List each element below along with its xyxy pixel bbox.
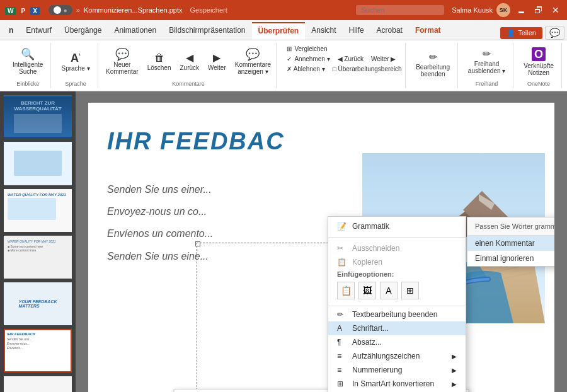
context-item-schriftart[interactable]: A Schriftart... <box>328 321 466 335</box>
tab-entwurf[interactable]: Entwurf <box>20 22 58 40</box>
slide-thumb-2[interactable]: 2 <box>4 142 72 185</box>
new-comment-icon: 💬 <box>115 49 129 60</box>
onenote-buttons: O VerknüpfteNotizen <box>520 44 557 79</box>
slide-thumb-4[interactable]: 4 WATER QUALITY FOR MAY 2021 ■ Some text… <box>4 236 72 279</box>
tab-uebergaenge[interactable]: Übergänge <box>58 22 108 40</box>
slide-thumb-3[interactable]: 3 WATER QUALITY FOR MAY 2021 <box>4 189 72 232</box>
compare-icon: ⊞ <box>287 45 292 52</box>
ribbon-group-review: ⊞ Vergleichen ✓ Annehmen ▾ ◀ Zurück Weit… <box>279 43 406 88</box>
neuer-kommentar-button[interactable]: 💬 NeuerKommentar <box>103 47 142 77</box>
share-button[interactable]: 👤 Teilen <box>500 27 542 39</box>
minimize-button[interactable]: 🗕 <box>514 5 528 15</box>
comment-button[interactable]: 💬 <box>545 26 564 40</box>
weiter-button[interactable]: ▶ Weiter <box>205 51 229 73</box>
cut-icon: ✂ <box>337 244 347 253</box>
submenu-title: Passen Sie Wörter grammatisch aneinander… <box>467 217 554 236</box>
bullet-arrow: ▶ <box>452 353 457 360</box>
paste-label: Einfügeoptionen: <box>328 269 466 279</box>
user-area: Salma Kuusk SK 🗕 🗗 ✕ <box>452 3 562 17</box>
delete-icon: 🗑 <box>154 53 164 63</box>
submenu-item-2[interactable]: Einmal ignorieren <box>467 251 554 266</box>
tab-animationen[interactable]: Animationen <box>108 22 163 40</box>
filename-label: Kommunizieren...Sprachen.pptx <box>84 6 183 14</box>
paste-btn-3[interactable]: A <box>380 282 398 299</box>
share-icon: 👤 <box>507 29 515 37</box>
ribbon-content: 🔍 IntelligenteSuche Einblicke A¹ Sprache… <box>0 40 567 91</box>
slide-panel: 1 BERICHT ZURWASSERQUALITÄT 2 3 WATER QU… <box>0 91 76 392</box>
paragraph-icon: ¶ <box>337 338 347 347</box>
forward-icon: ▶ <box>213 53 220 63</box>
numbering-arrow: ▶ <box>452 367 457 374</box>
context-item-grammatik[interactable]: 📝 Grammatik <box>328 219 466 233</box>
app-name: W P X <box>5 6 40 15</box>
bearbeitung-buttons: ✏ Bearbeitungbeenden <box>413 44 453 86</box>
sprache-button[interactable]: A¹ Sprache ▾ <box>58 50 93 74</box>
restore-button[interactable]: 🗗 <box>532 5 546 15</box>
search-input[interactable] <box>356 5 444 15</box>
context-item-kopieren[interactable]: 📋 Kopieren <box>328 255 466 269</box>
tab-file[interactable]: n <box>3 22 20 40</box>
grammatik-icon: 📝 <box>337 222 347 231</box>
onenote-button[interactable]: O VerknüpfteNotizen <box>520 45 557 78</box>
separator-1 <box>328 237 466 238</box>
paste-btn-1[interactable]: 📋 <box>337 282 355 299</box>
weiter2-button[interactable]: Weiter ▶ <box>369 54 399 64</box>
context-menu-section-1: 📝 Grammatik <box>328 217 466 236</box>
zurueck-button[interactable]: ◀ Zurück <box>176 51 202 73</box>
context-item-aufzaehlungszeichen[interactable]: ≡ Aufzählungszeichen ▶ <box>328 349 466 363</box>
ribbon-group-einblicke: 🔍 IntelligenteSuche Einblicke <box>5 43 51 88</box>
context-item-ausschneiden[interactable]: ✂ Ausschneiden <box>328 241 466 255</box>
share-label: Teilen <box>518 29 536 37</box>
context-item-absatz[interactable]: ¶ Absatz... <box>328 335 466 349</box>
kommentare-anzeigen-button[interactable]: 💬 Kommentareanzeigen ▾ <box>232 47 274 77</box>
slide-thumb-6[interactable]: 6 IHR FEEDBACK Senden Sie uns... Envoyez… <box>4 329 72 372</box>
zurueck2-button[interactable]: ◀ Zurück <box>335 54 366 64</box>
vergleichen-button[interactable]: ⊞ Vergleichen <box>284 44 329 54</box>
tab-bildschirm[interactable]: Bildschirmpräsentation <box>163 22 251 40</box>
sprache-icon: A¹ <box>71 52 81 64</box>
separator-2 <box>328 306 466 306</box>
sprache-buttons: A¹ Sprache ▾ <box>58 44 93 79</box>
review-buttons: ⊞ Vergleichen ✓ Annehmen ▾ ◀ Zurück Weit… <box>284 44 400 86</box>
submenu-item-1[interactable]: einen Kommentar ▶ <box>467 236 554 251</box>
submenu: Passen Sie Wörter grammatisch aneinander… <box>467 217 554 267</box>
slide-title: IHR FEEDBAC <box>107 128 285 155</box>
toggle-switch[interactable]: ● <box>49 5 72 15</box>
loeschen-button[interactable]: 🗑 Löschen <box>144 51 175 73</box>
ablehnen-button[interactable]: ✗ Ablehnen ▾ <box>284 64 327 74</box>
text-block: Senden Sie uns einer... Envoyez-nous un … <box>107 178 213 267</box>
slide-thumb-5[interactable]: 5 YOUR FEEDBACKMATTERS <box>4 282 72 325</box>
paste-btn-2[interactable]: 🖼 <box>358 282 376 299</box>
username: Salma Kuusk <box>452 6 493 14</box>
tab-ueberpruefen[interactable]: Überprüfen <box>252 22 306 40</box>
smartart-arrow: ▶ <box>452 381 457 388</box>
font-icon: A <box>337 324 347 333</box>
annehmen-button[interactable]: ✓ Annehmen ▾ <box>284 54 332 64</box>
slide-canvas: IHR FEEDBAC Senden Sie uns einer... Envo… <box>88 103 554 392</box>
slide-thumb-7[interactable]: 7 IMPORTANT CONTACT INFO <box>4 376 72 392</box>
bearbeitung-beenden-button[interactable]: ✏ Bearbeitungbeenden <box>413 50 453 79</box>
ribbon-group-freihand: ✏ Freihandausblenden ▾ Freihand <box>461 43 513 88</box>
context-item-smartart[interactable]: ⊞ In SmartArt konvertieren ▶ <box>328 377 466 391</box>
avatar[interactable]: SK <box>496 3 510 17</box>
freihand-ausblenden-button[interactable]: ✏ Freihandausblenden ▾ <box>465 47 509 76</box>
context-item-nummerierung[interactable]: ≡ Nummerierung ▶ <box>328 363 466 377</box>
ueberarbeitungsbereich-button[interactable]: □ Überarbeitungsbereich <box>330 64 404 74</box>
einblicke-buttons: 🔍 IntelligenteSuche <box>9 44 46 79</box>
context-item-textbearbeitung[interactable]: ✏ Textbearbeitung beenden <box>328 308 466 321</box>
tab-ansicht[interactable]: Ansicht <box>305 22 342 40</box>
paste-btn-4[interactable]: ⊞ <box>401 282 419 299</box>
intelligente-suche-button[interactable]: 🔍 IntelligenteSuche <box>9 47 46 77</box>
back-icon: ◀ <box>186 53 193 63</box>
close-button[interactable]: ✕ <box>549 5 562 15</box>
main-area: 1 BERICHT ZURWASSERQUALITÄT 2 3 WATER QU… <box>0 91 567 392</box>
tab-format[interactable]: Format <box>409 22 447 40</box>
edit-end-icon: ✏ <box>337 310 347 319</box>
show-comments-icon: 💬 <box>246 49 260 60</box>
tab-hilfe[interactable]: Hilfe <box>343 22 370 40</box>
slide-thumb-1[interactable]: 1 BERICHT ZURWASSERQUALITÄT <box>4 95 72 138</box>
ribbon-group-onenote: O VerknüpfteNotizen OneNote <box>516 43 562 88</box>
tab-acrobat[interactable]: Acrobat <box>370 22 409 40</box>
context-menu: 📝 Grammatik ✂ Ausschneiden 📋 Kopieren Ei… <box>328 216 466 392</box>
quick-access: » <box>76 6 80 14</box>
